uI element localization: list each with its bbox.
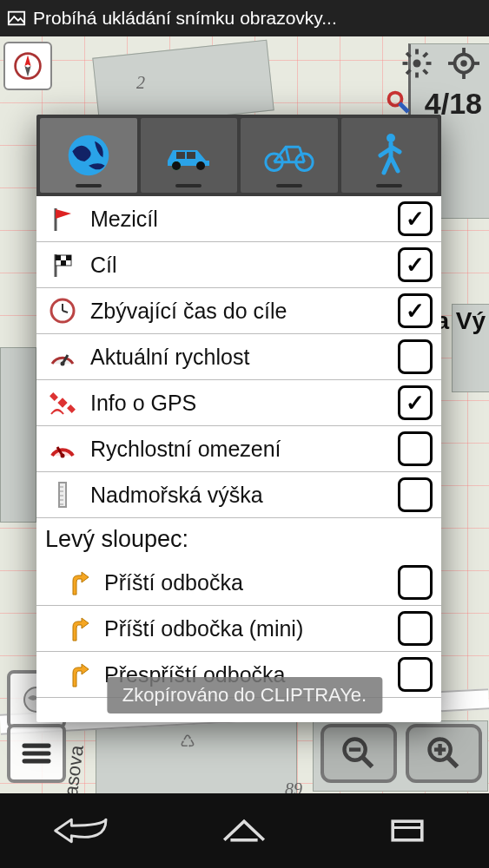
checkbox[interactable] <box>398 247 433 282</box>
svg-rect-35 <box>66 255 71 260</box>
back-button[interactable] <box>38 809 125 852</box>
checkbox[interactable] <box>398 431 433 466</box>
recycle-icon: ♺ <box>180 731 195 752</box>
settings-item-label: Příští odbočka <box>104 570 398 595</box>
gauge-simple-icon <box>45 339 80 374</box>
svg-rect-34 <box>56 255 61 260</box>
checkbox[interactable] <box>398 201 433 236</box>
svg-point-14 <box>460 60 467 67</box>
ruler-icon <box>45 477 80 512</box>
turn-arrow-icon <box>59 657 94 692</box>
section-header: Levý sloupec: <box>36 518 441 560</box>
settings-item-label: Zbývající čas do cíle <box>90 299 398 324</box>
svg-line-11 <box>406 70 411 75</box>
map-label-partial: a Vý <box>435 307 486 335</box>
settings-item-label: Aktuální rychlost <box>90 345 398 370</box>
zoom-out-button[interactable] <box>320 724 397 783</box>
checkbox[interactable] <box>398 293 433 328</box>
settings-dialog: MezicílCílZbývající čas do cíleAktuální … <box>36 115 441 722</box>
svg-rect-47 <box>59 483 66 507</box>
settings-item-label: Příští odbočka (mini) <box>104 616 398 641</box>
settings-item[interactable]: Aktuální rychlost <box>36 334 441 380</box>
settings-list[interactable]: MezicílCílZbývající čas do cíleAktuální … <box>36 196 441 722</box>
settings-item[interactable]: Rychlostní omezení <box>36 426 441 472</box>
satellite-icon <box>45 385 80 420</box>
settings-item[interactable]: Zbývající čas do cíle <box>36 288 441 334</box>
flag-checker-icon <box>45 247 80 282</box>
status-bar: Probíhá ukládání snímku obrazovky... <box>0 0 489 36</box>
svg-point-41 <box>61 362 65 366</box>
tab-car[interactable] <box>141 118 238 193</box>
section-header-label: Levý sloupec: <box>45 526 433 553</box>
checkbox[interactable] <box>398 477 433 512</box>
svg-line-9 <box>406 53 411 57</box>
status-bar-title: Probíhá ukládání snímku obrazovky... <box>33 8 337 29</box>
home-button[interactable] <box>201 809 287 852</box>
svg-line-10 <box>424 70 428 75</box>
settings-item[interactable]: Příští odbočka (mini) <box>36 606 441 652</box>
flag-red-icon <box>45 201 80 236</box>
settings-item-label: Nadmořská výška <box>90 483 398 508</box>
picture-icon <box>7 9 26 28</box>
svg-rect-27 <box>187 152 195 159</box>
checkbox[interactable] <box>398 565 433 600</box>
svg-point-46 <box>61 454 65 458</box>
svg-line-12 <box>424 53 428 57</box>
checkbox[interactable] <box>398 339 433 374</box>
settings-item-label: Rychlostní omezení <box>90 437 398 462</box>
svg-rect-44 <box>67 404 76 413</box>
svg-rect-42 <box>57 398 67 407</box>
turn-arrow-icon <box>59 611 94 646</box>
clock-icon <box>45 293 80 328</box>
tab-walk[interactable] <box>341 118 439 193</box>
svg-point-24 <box>172 161 181 170</box>
system-navbar <box>0 793 489 868</box>
locate-button[interactable] <box>444 43 484 83</box>
settings-item-label: Cíl <box>90 253 398 278</box>
turn-arrow-icon <box>59 565 94 600</box>
checkbox[interactable] <box>398 611 433 646</box>
zoom-in-button[interactable] <box>406 724 482 783</box>
map-house-number: 2 <box>136 73 145 93</box>
tab-browse[interactable] <box>40 118 137 193</box>
svg-line-20 <box>400 103 408 112</box>
gauge-red-icon <box>45 431 80 466</box>
menu-button[interactable] <box>7 724 66 783</box>
svg-point-4 <box>413 60 421 68</box>
settings-item[interactable]: Cíl <box>36 242 441 288</box>
settings-item[interactable]: Nadmořská výška <box>36 472 441 518</box>
settings-item-label: Mezicíl <box>90 207 398 232</box>
svg-rect-36 <box>61 260 66 266</box>
recent-apps-button[interactable] <box>364 809 451 852</box>
settings-item[interactable]: Mezicíl <box>36 196 441 242</box>
settings-item-label: Info o GPS <box>90 391 398 416</box>
settings-button[interactable] <box>397 43 437 83</box>
tab-bike[interactable] <box>241 118 338 193</box>
svg-line-58 <box>362 757 372 766</box>
svg-rect-43 <box>50 392 58 401</box>
svg-point-25 <box>196 161 205 170</box>
checkbox[interactable] <box>398 385 433 420</box>
settings-item[interactable]: Info o GPS <box>36 380 441 426</box>
compass-widget[interactable] <box>3 42 52 90</box>
toast-message: Zkopírováno do CLIPTRAYe. <box>107 677 382 713</box>
settings-item[interactable]: Příští odbočka <box>36 560 441 606</box>
checkbox[interactable] <box>398 657 433 692</box>
svg-line-61 <box>447 757 457 766</box>
svg-rect-26 <box>176 152 185 159</box>
svg-rect-65 <box>393 821 422 840</box>
profile-tabs <box>36 115 441 196</box>
